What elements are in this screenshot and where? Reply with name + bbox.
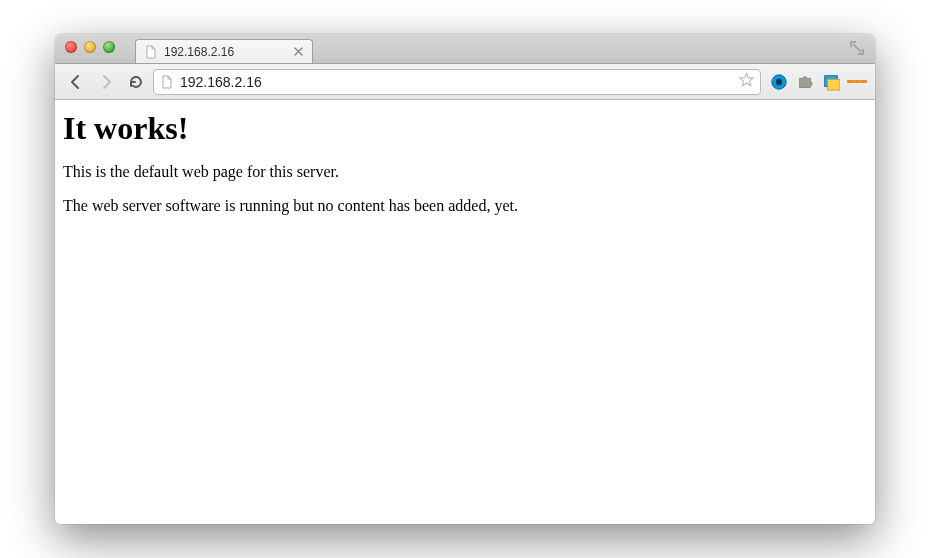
minimize-window-button[interactable]: [84, 41, 96, 53]
file-icon: [160, 75, 174, 89]
extension-puzzle-icon[interactable]: [795, 72, 815, 92]
fullscreen-toggle-button[interactable]: [849, 40, 865, 60]
url-text: 192.168.2.16: [180, 74, 733, 90]
extension-icons: [769, 72, 867, 92]
back-button[interactable]: [63, 70, 89, 94]
page-content: It works! This is the default web page f…: [55, 100, 875, 524]
reload-button[interactable]: [123, 70, 149, 94]
address-bar[interactable]: 192.168.2.16: [153, 69, 761, 95]
extension-globe-icon[interactable]: [769, 72, 789, 92]
maximize-window-button[interactable]: [103, 41, 115, 53]
page-heading: It works!: [63, 110, 867, 147]
tab-title: 192.168.2.16: [164, 45, 286, 59]
page-paragraph: The web server software is running but n…: [63, 197, 867, 215]
window-controls: [65, 41, 115, 53]
toolbar: 192.168.2.16: [55, 64, 875, 100]
close-tab-button[interactable]: [292, 46, 304, 58]
page-paragraph: This is the default web page for this se…: [63, 163, 867, 181]
svg-rect-3: [827, 79, 840, 90]
forward-button[interactable]: [93, 70, 119, 94]
extension-window-icon[interactable]: [821, 72, 841, 92]
file-icon: [144, 45, 158, 59]
browser-tab[interactable]: 192.168.2.16: [135, 39, 313, 63]
menu-button[interactable]: [847, 72, 867, 92]
tab-strip: 192.168.2.16: [55, 34, 875, 64]
close-window-button[interactable]: [65, 41, 77, 53]
svg-point-1: [776, 78, 782, 84]
browser-window: 192.168.2.16: [55, 34, 875, 524]
bookmark-star-icon[interactable]: [739, 72, 754, 91]
